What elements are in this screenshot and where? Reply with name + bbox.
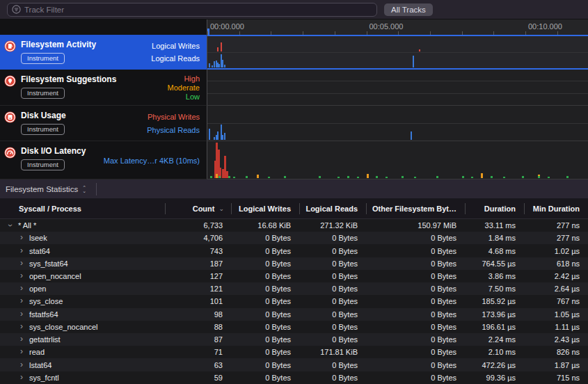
track-header-filesystem-activity[interactable]: Filesystem ActivityInstrumentLogical Wri…	[0, 35, 207, 70]
disclosure-collapsed-icon[interactable]: ›	[18, 373, 25, 382]
disclosure-collapsed-icon[interactable]: ›	[18, 322, 25, 331]
timeline-ruler[interactable]: 00:00.00000:05.00000:10.000	[207, 19, 588, 35]
column-header-other-filesystem-byt-[interactable]: Other Filesystem Byt…	[366, 203, 465, 214]
column-header-logical-writes[interactable]: Logical Writes	[231, 203, 299, 214]
disclosure-collapsed-icon[interactable]: ›	[18, 233, 25, 242]
series-labels: Logical WritesLogical Reads	[151, 40, 200, 69]
disclosure-collapsed-icon[interactable]: ›	[18, 335, 25, 344]
spike	[503, 177, 505, 178]
disclosure-collapsed-icon[interactable]: ›	[18, 310, 25, 319]
column-header-count[interactable]: Count⌄	[165, 203, 231, 214]
syscall-name: open_nocancel	[25, 272, 81, 280]
table-row[interactable]: › stat647430 Bytes0 Bytes0 Bytes4.68 ms1…	[0, 244, 588, 257]
cell-count: 127	[165, 272, 231, 280]
cell-duration: 33.11 ms	[465, 221, 524, 230]
table-row[interactable]: › getattrlist870 Bytes0 Bytes0 Bytes2.24…	[0, 333, 588, 346]
cell-min-duration: 2.42 µs	[524, 272, 588, 280]
cell-logical-writes: 0 Bytes	[231, 247, 299, 255]
cell-duration: 99.36 µs	[465, 374, 524, 382]
timeline-area: 00:00.00000:05.00000:10.000 Filesystem A…	[0, 19, 588, 179]
spike	[224, 65, 225, 67]
table-row[interactable]: › open1210 Bytes0 Bytes0 Bytes7.50 ms2.6…	[0, 282, 588, 295]
track-header-disk-usage[interactable]: Disk UsageInstrumentPhysical WritesPhysi…	[0, 106, 207, 141]
table-row[interactable]: › sys_close_nocancel880 Bytes0 Bytes0 By…	[0, 321, 588, 333]
disclosure-collapsed-icon[interactable]: ›	[18, 271, 25, 280]
filesystem-activity-icon	[4, 40, 16, 55]
instrument-badge: Instrument	[21, 53, 65, 64]
disclosure-expanded-icon[interactable]: ›	[6, 222, 15, 229]
cell-logical-reads: 0 Bytes	[299, 297, 366, 305]
cell-min-duration: 1.11 µs	[524, 323, 588, 331]
cell-min-duration: 1.05 µs	[524, 310, 588, 319]
spike	[268, 177, 270, 178]
track-header-disk-io-latency[interactable]: Disk I/O LatencyInstrumentMax Latency…r …	[0, 141, 207, 179]
cell-logical-writes: 0 Bytes	[231, 297, 299, 305]
track-lane[interactable]	[207, 106, 588, 141]
cell-duration: 185.92 µs	[465, 297, 524, 305]
track-header-filesystem-suggestions[interactable]: Filesystem SuggestionsInstrumentHighMode…	[0, 70, 207, 106]
disclosure-collapsed-icon[interactable]: ›	[18, 347, 25, 356]
detail-jump-bar: Filesystem Statistics ⌃⌄	[0, 179, 588, 199]
all-tracks-button[interactable]: All Tracks	[384, 3, 433, 16]
cell-duration: 3.86 ms	[465, 272, 524, 280]
spike	[209, 63, 210, 67]
track-filter-field[interactable]	[7, 3, 377, 17]
series-label: High	[168, 74, 200, 83]
track-lane[interactable]	[207, 70, 588, 106]
syscall-name: read	[25, 348, 45, 356]
spike	[376, 176, 378, 178]
track-title: Filesystem Activity	[21, 40, 151, 49]
disclosure-collapsed-icon[interactable]: ›	[18, 246, 25, 255]
disclosure-collapsed-icon[interactable]: ›	[18, 259, 25, 268]
column-header-duration[interactable]: Duration	[465, 203, 524, 214]
cell-min-duration: 2.43 µs	[524, 335, 588, 344]
table-row[interactable]: › fstatfs64980 Bytes0 Bytes0 Bytes173.96…	[0, 308, 588, 321]
disclosure-collapsed-icon[interactable]: ›	[18, 296, 25, 305]
spike	[413, 56, 414, 67]
column-header-min-duration[interactable]: Min Duration	[524, 203, 588, 214]
spike	[212, 65, 213, 67]
cell-duration: 7.50 ms	[465, 285, 524, 293]
detail-view-selector[interactable]: Filesystem Statistics ⌃⌄	[6, 183, 97, 195]
cell-logical-reads: 0 Bytes	[299, 285, 366, 293]
cell-count: 187	[165, 259, 231, 268]
track-subrow	[207, 141, 588, 179]
disclosure-collapsed-icon[interactable]: ›	[18, 360, 25, 369]
table-row[interactable]: › sys_close1010 Bytes0 Bytes0 Bytes185.9…	[0, 295, 588, 307]
spike	[217, 131, 218, 140]
table-row[interactable]: › lstat64630 Bytes0 Bytes0 Bytes472.26 µ…	[0, 358, 588, 371]
spike	[319, 176, 321, 178]
spike	[419, 49, 420, 51]
disk-usage-icon	[4, 111, 16, 126]
spike	[491, 176, 493, 178]
track-title: Disk I/O Latency	[21, 146, 104, 156]
table-row[interactable]: › lseek4,7060 Bytes0 Bytes0 Bytes1.84 ms…	[0, 232, 588, 244]
spike	[538, 176, 540, 178]
cell-logical-reads: 0 Bytes	[299, 234, 366, 242]
table-row[interactable]: › sys_fstat641870 Bytes0 Bytes0 Bytes764…	[0, 257, 588, 270]
cell-logical-writes: 0 Bytes	[231, 361, 299, 369]
syscall-name: sys_fcntl	[25, 374, 59, 382]
spike	[436, 176, 438, 178]
cell-count: 87	[165, 335, 231, 344]
instrument-badge: Instrument	[21, 88, 65, 99]
table-row[interactable]: › open_nocancel1270 Bytes0 Bytes0 Bytes3…	[0, 270, 588, 282]
disclosure-collapsed-icon[interactable]: ›	[18, 284, 25, 293]
track-lane[interactable]	[207, 35, 588, 70]
table-row[interactable]: › read710 Bytes171.81 KiB0 Bytes2.10 ms8…	[0, 346, 588, 358]
column-header-logical-reads[interactable]: Logical Reads	[299, 203, 366, 214]
cell-logical-reads: 0 Bytes	[299, 310, 366, 319]
track-filter-input[interactable]	[24, 6, 372, 14]
cell-min-duration: 2.64 µs	[524, 285, 588, 293]
syscall-name: * All *	[14, 221, 36, 230]
table-body: › * All *6,73316.68 KiB271.32 KiB150.97 …	[0, 219, 588, 384]
spike	[548, 177, 550, 178]
cell-duration: 196.61 µs	[465, 323, 524, 331]
track-lane[interactable]	[207, 141, 588, 179]
series-labels: Physical WritesPhysical Reads	[147, 111, 200, 141]
ruler-spacer	[0, 19, 207, 35]
table-row[interactable]: › * All *6,73316.68 KiB271.32 KiB150.97 …	[0, 219, 588, 232]
cell-logical-writes: 0 Bytes	[231, 259, 299, 268]
column-header-syscall-process[interactable]: Syscall / Process	[0, 203, 165, 214]
table-row[interactable]: › sys_fcntl590 Bytes0 Bytes0 Bytes99.36 …	[0, 371, 588, 384]
